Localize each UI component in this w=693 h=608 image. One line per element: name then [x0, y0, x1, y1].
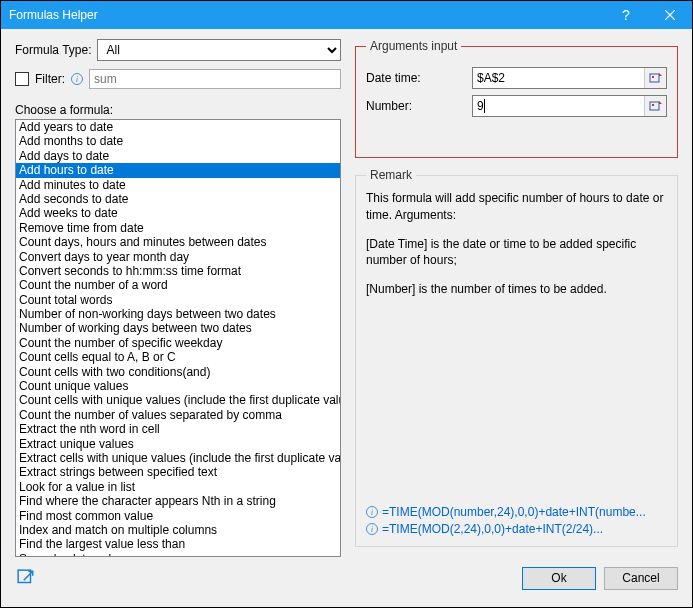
info-icon: i [366, 523, 378, 535]
list-item[interactable]: Count cells with two conditions(and) [16, 365, 340, 379]
list-item[interactable]: Find the largest value less than [16, 537, 340, 551]
remark-text-datetime: [Date Time] is the date or time to be ad… [366, 236, 667, 270]
filter-checkbox[interactable] [15, 72, 29, 86]
list-item[interactable]: Find where the character appears Nth in … [16, 494, 340, 508]
list-item[interactable]: Extract unique values [16, 437, 340, 451]
share-icon[interactable] [15, 567, 37, 589]
remark-legend: Remark [366, 168, 416, 182]
list-item[interactable]: Extract cells with unique values (includ… [16, 451, 340, 465]
list-item[interactable]: Find most common value [16, 509, 340, 523]
arg-input-number-value[interactable]: 9 [477, 99, 484, 113]
list-item[interactable]: Count cells equal to A, B or C [16, 350, 340, 364]
formula-type-select[interactable]: All [97, 39, 341, 61]
formula-type-label: Formula Type: [15, 43, 91, 57]
filter-label: Filter: [35, 72, 65, 86]
list-item[interactable]: Remove time from date [16, 221, 340, 235]
list-item[interactable]: Add years to date [16, 120, 340, 134]
svg-rect-5 [652, 104, 654, 106]
arguments-fieldset: Arguments input Date time: Number: 9 [355, 39, 678, 158]
dialog-footer: Ok Cancel [1, 563, 692, 599]
list-item[interactable]: Add days to date [16, 149, 340, 163]
info-icon: i [366, 506, 378, 518]
titlebar: Formulas Helper ? [1, 1, 692, 29]
info-icon[interactable]: i [71, 73, 83, 85]
list-item[interactable]: Look for a value in list [16, 480, 340, 494]
remark-text-intro: This formula will add specific number of… [366, 190, 667, 224]
list-item[interactable]: Count cells with unique values (include … [16, 393, 340, 407]
close-button[interactable] [648, 1, 692, 29]
list-item[interactable]: Add hours to date [16, 163, 340, 177]
choose-formula-label: Choose a formula: [15, 103, 341, 117]
arg-input-datetime[interactable] [473, 68, 644, 88]
list-item[interactable]: Add minutes to date [16, 178, 340, 192]
arg-label-number: Number: [366, 99, 466, 113]
help-button[interactable]: ? [604, 1, 648, 29]
dialog-window: Formulas Helper ? Formula Type: All Filt… [0, 0, 693, 608]
list-item[interactable]: Number of working days between two dates [16, 321, 340, 335]
svg-rect-4 [650, 102, 659, 110]
formula-preview-generic: i =TIME(MOD(number,24),0,0)+date+INT(num… [366, 505, 667, 519]
list-item[interactable]: Count total words [16, 293, 340, 307]
list-item[interactable]: Extract strings between specified text [16, 465, 340, 479]
arg-label-datetime: Date time: [366, 71, 466, 85]
svg-rect-2 [650, 74, 659, 82]
list-item[interactable]: Count days, hours and minutes between da… [16, 235, 340, 249]
ok-button[interactable]: Ok [522, 567, 596, 590]
range-picker-icon[interactable] [644, 96, 666, 116]
list-item[interactable]: Count the number of a word [16, 278, 340, 292]
remark-text-number: [Number] is the number of times to be ad… [366, 281, 667, 298]
list-item[interactable]: Index and match on multiple columns [16, 523, 340, 537]
list-item[interactable]: Sum absolute values [16, 552, 340, 557]
range-picker-icon[interactable] [644, 68, 666, 88]
list-item[interactable]: Number of non-working days between two d… [16, 307, 340, 321]
formula-preview-resolved: i =TIME(MOD(2,24),0,0)+date+INT(2/24)... [366, 522, 667, 536]
list-item[interactable]: Convert seconds to hh:mm:ss time format [16, 264, 340, 278]
list-item[interactable]: Extract the nth word in cell [16, 422, 340, 436]
list-item[interactable]: Add weeks to date [16, 206, 340, 220]
svg-rect-3 [652, 76, 654, 78]
window-title: Formulas Helper [9, 8, 604, 22]
filter-input[interactable] [89, 69, 341, 89]
list-item[interactable]: Count the number of values separated by … [16, 408, 340, 422]
arguments-legend: Arguments input [366, 39, 461, 53]
list-item[interactable]: Count the number of specific weekday [16, 336, 340, 350]
list-item[interactable]: Add seconds to date [16, 192, 340, 206]
formula-listbox[interactable]: Add years to dateAdd months to dateAdd d… [15, 119, 341, 557]
list-item[interactable]: Convert days to year month day [16, 250, 340, 264]
list-item[interactable]: Count unique values [16, 379, 340, 393]
list-item[interactable]: Add months to date [16, 134, 340, 148]
cancel-button[interactable]: Cancel [604, 567, 678, 590]
remark-fieldset: Remark This formula will add specific nu… [355, 168, 678, 547]
